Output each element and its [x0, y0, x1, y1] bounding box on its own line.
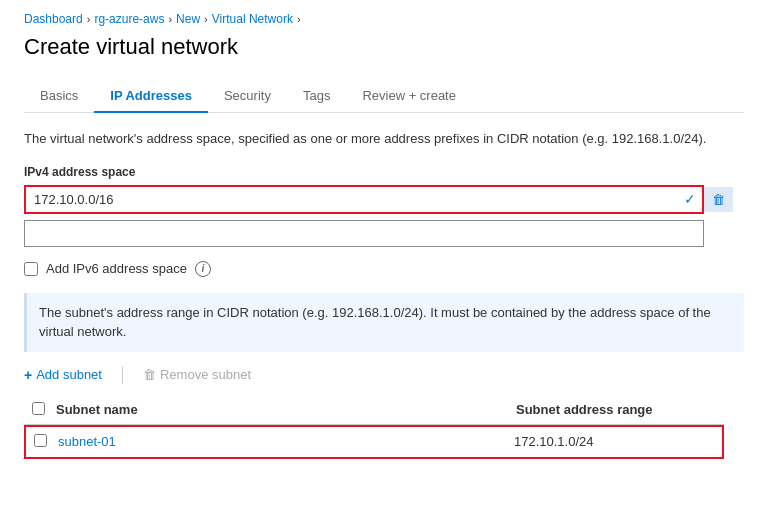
page-title: Create virtual network: [24, 34, 744, 60]
add-subnet-label: Add subnet: [36, 367, 102, 382]
ipv4-input-row: ✓ 🗑: [24, 185, 744, 214]
select-all-checkbox[interactable]: [32, 402, 45, 415]
ipv6-checkbox-row: Add IPv6 address space i: [24, 261, 744, 277]
breadcrumb-dashboard[interactable]: Dashboard: [24, 12, 83, 26]
col-subnet-name: Subnet name: [56, 402, 516, 417]
breadcrumb-sep-3: ›: [204, 13, 208, 25]
tab-review-create[interactable]: Review + create: [346, 80, 472, 113]
delete-icon[interactable]: 🗑: [704, 187, 733, 212]
subnet-description: The subnet's address range in CIDR notat…: [24, 293, 744, 352]
header-checkbox-cell: [32, 402, 56, 418]
tab-ip-addresses[interactable]: IP Addresses: [94, 80, 208, 113]
subnet-actions: + Add subnet 🗑 Remove subnet: [24, 366, 744, 384]
breadcrumb-rg[interactable]: rg-azure-aws: [94, 12, 164, 26]
ipv4-secondary-input[interactable]: [24, 220, 704, 247]
tab-tags[interactable]: Tags: [287, 80, 346, 113]
info-icon[interactable]: i: [195, 261, 211, 277]
row-checkbox-cell: [34, 434, 58, 450]
remove-subnet-label: Remove subnet: [160, 367, 251, 382]
subnet-range-cell: 172.10.1.0/24: [514, 434, 714, 449]
plus-icon: +: [24, 367, 32, 383]
breadcrumb-new[interactable]: New: [176, 12, 200, 26]
breadcrumb-sep-2: ›: [168, 13, 172, 25]
checkmark-icon: ✓: [678, 191, 702, 207]
subnet-name-cell[interactable]: subnet-01: [58, 434, 514, 449]
ip-description: The virtual network's address space, spe…: [24, 129, 744, 149]
ipv6-checkbox[interactable]: [24, 262, 38, 276]
col-subnet-range: Subnet address range: [516, 402, 716, 417]
ipv6-label: Add IPv6 address space: [46, 261, 187, 276]
breadcrumb-vnet[interactable]: Virtual Network: [212, 12, 293, 26]
ipv4-section-label: IPv4 address space: [24, 165, 744, 179]
tab-bar: Basics IP Addresses Security Tags Review…: [24, 80, 744, 113]
remove-bin-icon: 🗑: [143, 367, 156, 382]
table-header: Subnet name Subnet address range: [24, 396, 724, 425]
add-subnet-button[interactable]: + Add subnet: [24, 367, 102, 383]
breadcrumb: Dashboard › rg-azure-aws › New › Virtual…: [24, 12, 744, 26]
ipv4-input[interactable]: [26, 187, 678, 212]
ipv4-input-wrapper: ✓: [24, 185, 704, 214]
breadcrumb-sep-4: ›: [297, 13, 301, 25]
row-checkbox[interactable]: [34, 434, 47, 447]
action-divider: [122, 366, 123, 384]
breadcrumb-sep-1: ›: [87, 13, 91, 25]
table-row: subnet-01 172.10.1.0/24: [24, 425, 724, 459]
remove-subnet-button[interactable]: 🗑 Remove subnet: [143, 367, 251, 382]
second-input-row: [24, 220, 744, 247]
subnet-table: Subnet name Subnet address range subnet-…: [24, 396, 724, 459]
tab-basics[interactable]: Basics: [24, 80, 94, 113]
tab-security[interactable]: Security: [208, 80, 287, 113]
